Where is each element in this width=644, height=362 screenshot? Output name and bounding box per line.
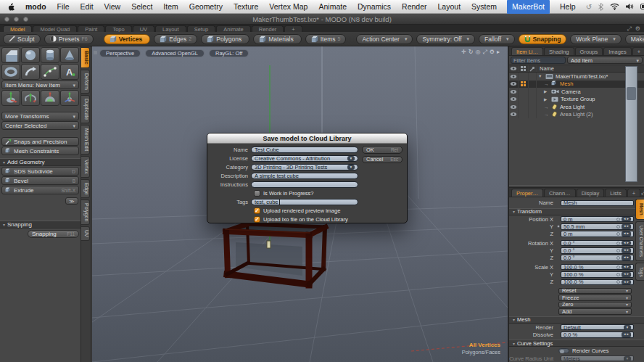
menu-modo[interactable]: modo xyxy=(25,0,47,14)
tree-row-area-light-1[interactable]: Area Light xyxy=(509,103,644,111)
mode-edges-button[interactable]: Edges 2 xyxy=(154,34,197,44)
category-dropdown[interactable]: 3D Printing - 3D Printing Tests xyxy=(251,164,358,171)
menu-help[interactable]: Help xyxy=(559,0,577,14)
pan-icon[interactable]: ✛ xyxy=(461,49,468,55)
layout-tab-model[interactable]: Model xyxy=(3,25,32,32)
expand-layout-icon[interactable]: ⤢ xyxy=(627,25,631,32)
tab-item-list[interactable]: Item Li… xyxy=(511,47,543,55)
symmetry-dropdown[interactable]: Symmetry: Off xyxy=(416,34,475,44)
mini-slider-icon[interactable] xyxy=(622,272,631,277)
add-geometry-header[interactable]: Add Geometry xyxy=(0,158,80,166)
transform-move-tool[interactable] xyxy=(1,90,20,106)
viewport-more-icon[interactable]: ▸ xyxy=(497,49,502,55)
scale-z-field[interactable]: 100.0 % xyxy=(561,279,634,286)
battery-icon[interactable] xyxy=(640,4,644,9)
mode-materials-button[interactable]: Materials xyxy=(253,34,301,44)
menu-animate[interactable]: Animate xyxy=(318,0,347,14)
dialog-title[interactable]: Save model to Cloud Library xyxy=(207,133,407,144)
wip-checkbox-row[interactable]: Is Work in Progress? xyxy=(254,190,313,197)
more-transforms-dropdown[interactable]: More Transforms xyxy=(1,112,79,120)
description-input[interactable]: A simple test cube xyxy=(251,173,358,180)
primitive-sphere-tool[interactable] xyxy=(21,47,40,63)
action-center-dropdown[interactable]: Action Center xyxy=(356,34,413,44)
apple-menu-icon[interactable] xyxy=(7,2,15,11)
curve-tool[interactable] xyxy=(41,64,59,80)
instructions-input[interactable] xyxy=(251,181,358,189)
selected-vertex-marker[interactable] xyxy=(267,241,271,248)
mini-slider-icon[interactable] xyxy=(622,248,631,253)
extrude-button[interactable]: Extrude Shift-X xyxy=(1,186,79,194)
eye-icon[interactable] xyxy=(510,74,517,79)
license-dropdown[interactable]: Creative Commons - Attribution xyxy=(251,155,358,163)
panel-expand-icon[interactable]: ⤢ xyxy=(641,189,644,197)
mini-slider-icon[interactable] xyxy=(622,280,631,285)
eye-icon[interactable] xyxy=(510,89,517,94)
vtab-vertex[interactable]: Vertex xyxy=(81,156,90,178)
tree-row-mesh[interactable]: Mesh xyxy=(509,81,644,89)
pvtab-tags[interactable]: Tags xyxy=(635,263,644,281)
tab-shading[interactable]: Shading xyxy=(544,47,574,55)
viewport-corner-widget[interactable] xyxy=(94,51,97,54)
mode-polygons-button[interactable]: Polygons xyxy=(201,34,249,44)
layout-tab-uv[interactable]: UV xyxy=(133,25,154,32)
cancel-button[interactable]: CancelEsc xyxy=(362,156,402,164)
upload-lxo-row[interactable]: Upload lxo file on the Cloud Library xyxy=(254,216,348,223)
render-dropdown[interactable]: Default xyxy=(561,324,634,331)
upload-preview-row[interactable]: Upload rendered preview image xyxy=(254,207,340,214)
orbit-icon[interactable]: ↻ xyxy=(468,49,476,55)
eye-icon[interactable] xyxy=(510,104,517,110)
bluetooth-icon[interactable] xyxy=(598,3,603,11)
eye-icon[interactable] xyxy=(510,112,517,117)
position-y-field[interactable]: 50.5 mm xyxy=(561,223,634,230)
tree-row-area-light-2[interactable]: Area Light (2) xyxy=(509,111,644,119)
layout-tab-animate[interactable]: Animate xyxy=(216,25,251,32)
menu-system[interactable]: System xyxy=(471,0,498,14)
tab-properties[interactable]: Proper… xyxy=(511,189,543,197)
mode-items-button[interactable]: Items 5 xyxy=(305,34,347,44)
transform-scale-tool[interactable] xyxy=(41,90,59,106)
scale-x-field[interactable]: 100.0 % xyxy=(561,264,634,271)
primitive-cylinder-tool[interactable] xyxy=(41,47,59,63)
wifi-icon[interactable] xyxy=(610,3,619,10)
zoom-icon[interactable]: ◎ xyxy=(475,49,482,55)
vtab-polygon[interactable]: Polygon xyxy=(81,199,90,225)
scrollbar-thumb[interactable] xyxy=(627,87,636,100)
pvtab-user-channels[interactable]: User Channels xyxy=(635,221,644,261)
snaps-precision-button[interactable]: Snaps and Precision xyxy=(1,137,79,146)
viewport-shading-button[interactable]: Advanced OpenGL xyxy=(145,49,205,57)
menu-edit[interactable]: Edit xyxy=(80,0,94,14)
text-tool[interactable]: A xyxy=(60,64,79,80)
eye-icon[interactable] xyxy=(510,96,517,102)
upload-lxo-checkbox[interactable] xyxy=(254,216,260,223)
makerbot-dropdown[interactable]: MakerBot xyxy=(625,34,644,44)
name-input[interactable]: Test Cube xyxy=(251,147,358,154)
transform-item-tool[interactable] xyxy=(60,90,79,106)
bevel-button[interactable]: Bevel B xyxy=(1,176,79,185)
menu-dynamics[interactable]: Dynamics xyxy=(357,0,392,14)
menu-makerbot[interactable]: MakerBot xyxy=(507,0,550,14)
tab-lists[interactable]: Lists xyxy=(605,189,626,197)
mesh-constraints-button[interactable]: Mesh Constraints xyxy=(1,147,79,155)
mesh-name-input[interactable]: Mesh xyxy=(561,200,634,207)
mini-slider-icon[interactable] xyxy=(622,255,631,260)
curve-radius-unit-dropdown[interactable]: Meters xyxy=(561,355,634,362)
center-selected-dropdown[interactable]: Center Selected xyxy=(1,121,79,130)
tree-row-scene[interactable]: MakerThumbTest.lxo* xyxy=(509,73,644,81)
tree-row-camera[interactable]: Camera xyxy=(509,88,644,96)
menu-item[interactable]: Item xyxy=(162,0,178,14)
tree-row-texture-group[interactable]: Texture Group xyxy=(509,96,644,104)
menu-texture[interactable]: Texture xyxy=(233,0,259,14)
freeze-button[interactable]: Freeze xyxy=(558,295,632,301)
rotation-x-field[interactable]: 0.0 ° xyxy=(561,240,634,247)
layout-tab-topo[interactable]: Topo xyxy=(105,25,131,32)
render-curves-toggle[interactable] xyxy=(558,348,569,353)
tags-input[interactable]: test, cube xyxy=(251,199,358,206)
snapping-button[interactable]: Snapping xyxy=(519,34,567,44)
bend-tool[interactable] xyxy=(21,64,40,80)
layout-tab-setup[interactable]: Setup xyxy=(187,25,216,32)
presets-button[interactable]: Presets F6 xyxy=(44,34,94,44)
expander-icon[interactable] xyxy=(544,89,549,94)
transform-rotate-tool[interactable] xyxy=(21,90,40,106)
maximize-icon[interactable]: ⤢ xyxy=(482,49,489,55)
eye-icon[interactable] xyxy=(510,81,517,86)
